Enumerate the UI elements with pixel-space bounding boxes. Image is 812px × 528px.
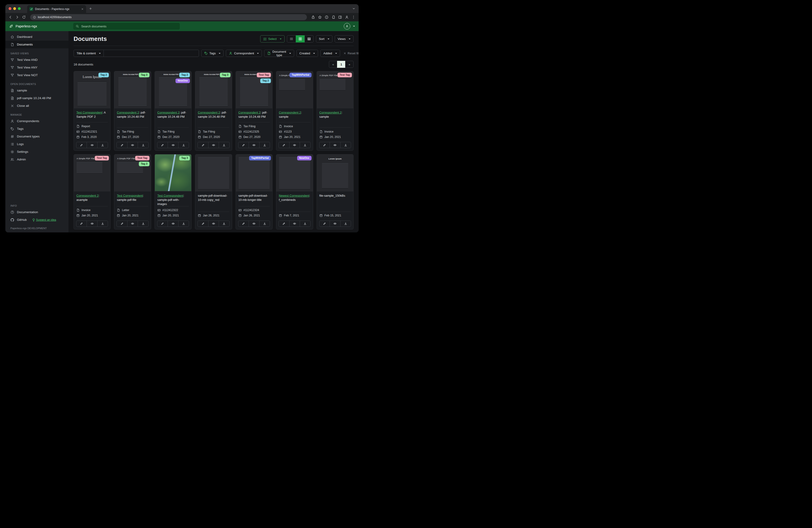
- view-button[interactable]: [289, 220, 300, 227]
- download-button[interactable]: [340, 220, 351, 227]
- minimize-window-button[interactable]: [13, 7, 16, 10]
- forward-button[interactable]: [15, 15, 19, 19]
- tag-badge[interactable]: TagWithPartial: [249, 156, 271, 160]
- sidebar-item-pdf-sample-10-24-48-pm[interactable]: pdf-sample 10.24.48 PM: [5, 94, 69, 102]
- user-menu[interactable]: [344, 23, 355, 29]
- back-button[interactable]: [9, 15, 12, 19]
- tag-badge[interactable]: Test Tag: [257, 73, 271, 77]
- correspondent-link[interactable]: Correspondent 2: [279, 111, 301, 114]
- download-button[interactable]: [340, 142, 351, 148]
- suggest-idea-link[interactable]: Suggest an idea: [32, 218, 56, 222]
- document-title[interactable]: file-sample_150kBs: [319, 194, 345, 197]
- views-button[interactable]: Views: [335, 35, 353, 42]
- download-button[interactable]: [137, 142, 148, 148]
- view-button[interactable]: [127, 142, 138, 148]
- view-button[interactable]: [330, 142, 340, 148]
- correspondent-filter-button[interactable]: Correspondent: [226, 50, 262, 57]
- sort-button[interactable]: Sort: [316, 35, 332, 42]
- title-content-dropdown[interactable]: Title & content: [74, 50, 104, 57]
- document-thumbnail[interactable]: Adobe Acrobat PDF FilesTest TagTag 2: [236, 71, 272, 108]
- document-card[interactable]: Adobe Acrobat PDF FilesTag 3Corresponden…: [114, 71, 151, 151]
- edit-button[interactable]: [278, 220, 289, 227]
- download-button[interactable]: [97, 220, 108, 227]
- correspondent-link[interactable]: Correspondent 2: [238, 111, 260, 114]
- brand-name[interactable]: Paperless-ngx: [16, 24, 37, 28]
- sidebar-item-admin[interactable]: Admin: [5, 156, 69, 163]
- title-content-input[interactable]: [104, 50, 199, 57]
- document-card[interactable]: sample-pdf-download-10-mb copy_redJan 26…: [195, 154, 232, 229]
- document-thumbnail[interactable]: Adobe Acrobat PDF FilesTag 3: [114, 71, 151, 108]
- sidebar-item-close-all[interactable]: Close all: [5, 102, 69, 110]
- document-card[interactable]: NewOneNewest Correspondent: f_combinedsF…: [276, 154, 313, 229]
- sidebar-item-documents[interactable]: Documents: [5, 41, 69, 48]
- sidebar-item-logs[interactable]: Logs: [5, 140, 69, 148]
- correspondent-link[interactable]: Correspondent 2: [117, 111, 139, 114]
- view-button[interactable]: [208, 220, 219, 227]
- view-grid-button[interactable]: [296, 35, 305, 42]
- view-button[interactable]: [127, 220, 138, 227]
- correspondent-link[interactable]: Correspondent 2: [157, 111, 179, 114]
- correspondent-link[interactable]: Correspondent 2: [319, 111, 342, 114]
- tag-badge[interactable]: Test Tag: [95, 156, 109, 160]
- document-thumbnail[interactable]: Tag 3: [155, 154, 191, 191]
- view-details-button[interactable]: [305, 35, 314, 42]
- document-thumbnail[interactable]: A Simple PDF FileTest Tag: [317, 71, 353, 108]
- edit-button[interactable]: [319, 142, 330, 148]
- current-page-button[interactable]: 1: [337, 61, 345, 68]
- tag-badge[interactable]: Test Tag: [337, 73, 352, 77]
- view-button[interactable]: [249, 220, 259, 227]
- tag-badge[interactable]: TagWithPartial: [289, 73, 311, 77]
- correspondent-link[interactable]: Correspondent 2: [76, 194, 98, 197]
- next-page-button[interactable]: »: [345, 61, 353, 68]
- browser-menu-icon[interactable]: [352, 15, 356, 19]
- view-button[interactable]: [87, 142, 97, 148]
- view-button[interactable]: [87, 220, 97, 227]
- search-input[interactable]: [81, 24, 177, 28]
- tag-badge[interactable]: Test Tag: [135, 156, 149, 160]
- tag-badge[interactable]: NewOne: [175, 79, 190, 83]
- browser-info-icon[interactable]: [325, 15, 329, 19]
- document-thumbnail[interactable]: A Simple PDF FileTest Tag: [74, 154, 110, 191]
- document-thumbnail[interactable]: Adobe Acrobat PDF FilesTag 2NewOne: [155, 71, 191, 108]
- sidebar-item-github[interactable]: GitHubSuggest an idea: [5, 216, 69, 224]
- url-bar[interactable]: localhost:4200/documents: [30, 14, 307, 20]
- browser-profile-icon[interactable]: [345, 15, 349, 19]
- sidebar-item-settings[interactable]: Settings: [5, 148, 69, 156]
- sidebar-item-test-view-and[interactable]: Test View AND: [5, 56, 69, 63]
- browser-tab[interactable]: Documents - Paperless-ngx: [27, 5, 86, 13]
- new-tab-button[interactable]: [89, 7, 92, 10]
- share-icon[interactable]: [311, 15, 315, 19]
- view-button[interactable]: [330, 220, 340, 227]
- download-button[interactable]: [259, 220, 270, 227]
- tag-badge[interactable]: Tag 3: [139, 161, 149, 166]
- correspondent-link[interactable]: Newest Correspondent: [279, 194, 309, 197]
- zoom-window-button[interactable]: [18, 7, 21, 10]
- sidebar-item-test-view-any[interactable]: Test View ANY: [5, 63, 69, 71]
- edit-button[interactable]: [238, 220, 249, 227]
- view-button[interactable]: [168, 142, 178, 148]
- sidebar-item-sample[interactable]: sample: [5, 87, 69, 94]
- sidebar-item-tags[interactable]: Tags: [5, 125, 69, 132]
- edit-button[interactable]: [238, 142, 249, 148]
- tag-badge[interactable]: Tag 2: [179, 73, 190, 77]
- tag-badge[interactable]: Tag 3: [179, 156, 190, 160]
- view-button[interactable]: [249, 142, 259, 148]
- view-list-button[interactable]: [287, 35, 296, 42]
- download-button[interactable]: [300, 142, 310, 148]
- extensions-icon[interactable]: [332, 15, 335, 19]
- correspondent-link[interactable]: Test Correspondent: [76, 111, 102, 114]
- document-thumbnail[interactable]: Adobe Acrobat PDF FilesTag 3: [195, 71, 232, 108]
- prev-page-button[interactable]: «: [329, 61, 337, 68]
- reload-button[interactable]: [22, 15, 26, 19]
- close-window-button[interactable]: [9, 7, 11, 10]
- document-thumbnail[interactable]: Lorem IpsumTag 2: [74, 71, 110, 108]
- edit-button[interactable]: [278, 142, 289, 148]
- download-button[interactable]: [97, 142, 108, 148]
- sidebar-item-dashboard[interactable]: Dashboard: [5, 33, 69, 41]
- document-card[interactable]: Adobe Acrobat PDF FilesTest TagTag 2Corr…: [236, 71, 273, 151]
- reset-filters-button[interactable]: Reset filters: [343, 52, 359, 55]
- download-button[interactable]: [178, 220, 189, 227]
- document-thumbnail[interactable]: [195, 154, 232, 191]
- document-type-filter-button[interactable]: Document type: [264, 50, 294, 57]
- view-button[interactable]: [168, 220, 178, 227]
